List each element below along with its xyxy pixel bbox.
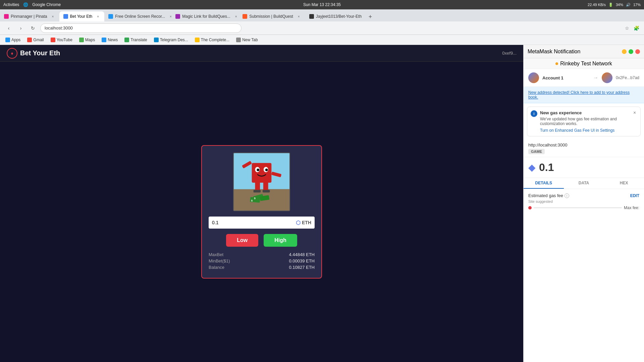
tab-github[interactable]: Jayjeet1013/Bet-Your-Eth [305,11,366,21]
bookmark-gmail[interactable]: Gmail [24,36,46,44]
tab-close-submission[interactable]: × [297,14,301,19]
address-input[interactable]: localhost:3000 [40,23,241,33]
gas-notice-title: New gas experience [540,110,637,115]
mm-maximize-button[interactable] [629,49,633,54]
new-tab-button[interactable]: + [366,12,375,21]
mm-gas-row: Estimated gas fee i EDIT [528,193,639,198]
mm-max-fee-label: Max fee: [624,205,639,210]
tab-favicon-bet-eth [63,14,68,19]
game-stats: MaxBet 4.44848 ETH MinBet($1) 0.00039 ET… [209,252,315,271]
maxbet-label: MaxBet [209,252,223,257]
balance-label: Balance [209,265,224,270]
tab-bet-eth[interactable]: Bet Your Eth × [59,11,105,21]
volume-icon: 🔊 [626,3,631,7]
mm-title: MetaMask Notification [528,49,580,55]
account-avatar-left [528,72,539,83]
logo-icon: ♦ [7,48,17,59]
gas-notice-link[interactable]: Turn on Enhanced Gas Fee UI in Settings [540,128,637,133]
mm-window-buttons [622,49,640,54]
tab-close-magic[interactable]: × [234,14,238,19]
high-button[interactable]: High [264,234,297,247]
mm-edit-link[interactable]: EDIT [630,193,639,198]
bookmark-favicon-newtab [236,38,241,42]
mm-network-bar: Rinkeby Test Network [524,58,644,69]
bookmark-label-news: News [108,38,118,42]
tab-close-bet-eth[interactable]: × [96,14,100,19]
bookmark-apps[interactable]: Apps [3,36,23,44]
bookmark-news[interactable]: News [99,36,120,44]
activities-label[interactable]: Activities [3,2,19,7]
mm-account-row: Account 1 → 0x2Fe...b7ad [524,69,644,87]
extensions-icon[interactable]: 🧩 [633,24,640,32]
gas-notice-close-button[interactable]: × [632,110,638,116]
mm-window-header: MetaMask Notification [524,45,644,58]
svg-text:$: $ [254,197,256,200]
tab-label-screen-rec: Free Online Screen Recor... [115,14,165,19]
svg-rect-10 [263,183,268,191]
mm-gas-section: Estimated gas fee i EDIT Site suggested … [524,189,644,214]
mm-tab-hex[interactable]: HEX [604,178,644,189]
bookmark-label-complete: The Complete... [201,38,229,42]
bookmark-translate[interactable]: Translate [122,36,150,44]
network-dot [555,62,558,65]
reload-button[interactable]: ↻ [28,23,38,33]
mm-tab-data[interactable]: DATA [564,178,604,189]
tab-close-pinmanager[interactable]: × [51,14,55,19]
max-fee-slider-line [534,207,622,208]
tab-magic[interactable]: Magic Link for BuildQues... × [171,11,238,21]
mm-minimize-button[interactable] [622,49,627,54]
tab-close-screen-rec[interactable]: × [168,14,171,19]
tab-label-submission: Submission | BuildQuest [249,14,293,19]
eth-diamond-icon: ⬡ [296,220,301,226]
tab-favicon-magic [175,14,180,19]
gas-info-circle-icon[interactable]: i [565,193,569,198]
low-button[interactable]: Low [226,234,258,247]
bookmark-label-gmail: Gmail [33,38,44,42]
address-url: localhost:3000 [45,25,73,31]
network-name: Rinkeby Test Network [560,61,612,67]
bookmark-telegram[interactable]: Telegram Des... [151,36,191,44]
game-card: $ $ ⬡ ETH Low [201,145,322,279]
mm-close-button[interactable] [635,49,640,54]
maxbet-row: MaxBet 4.44848 ETH [209,252,315,257]
tab-favicon-screen-rec [108,14,113,19]
address-bar: ‹ › ↻ localhost:3000 ☆ 🧩 [0,21,644,35]
tab-label-bet-eth: Bet Your Eth [70,14,93,19]
bookmark-icon[interactable]: ☆ [623,24,631,32]
mm-new-address-banner[interactable]: New address detected! Click here to add … [524,87,644,103]
back-button[interactable]: ‹ [4,23,13,33]
gas-notice-desc: We've updated how gas fee estimation and… [540,117,637,126]
bet-input[interactable] [209,217,292,229]
svg-point-6 [265,169,268,171]
bookmark-label-newtab: New Tab [242,38,258,42]
bookmark-favicon-youtube [51,38,55,42]
tab-label-magic: Magic Link for BuildQues... [182,14,230,19]
bookmark-favicon-gmail [27,38,32,42]
forward-button[interactable]: › [16,23,25,33]
tab-screen-rec[interactable]: Free Online Screen Recor... × [104,11,171,21]
bookmark-youtube[interactable]: YouTube [48,36,75,44]
tab-favicon-pinmanager [4,14,9,19]
tab-submission[interactable]: Submission | BuildQuest × [238,11,305,21]
balance-value: 0.10827 ETH [289,265,315,270]
account-address: 0x2Fe...b7ad [616,75,639,80]
mm-site-row: http://localhost:3000 GAME [524,140,644,157]
tab-favicon-github [309,14,314,19]
svg-point-5 [257,169,259,171]
tab-pinmanager[interactable]: Pinmanager | Pinata × [0,11,59,21]
minbet-label: MinBet($1) [209,258,230,263]
mm-tab-details[interactable]: DETAILS [524,178,564,189]
bookmark-complete[interactable]: The Complete... [192,36,232,44]
address-right: ☆ 🧩 [623,24,640,32]
mm-gas-label: Estimated gas fee i [528,193,569,198]
tab-label-pinmanager: Pinmanager | Pinata [11,14,47,19]
os-bar-right: 22.49 KB/s 🔋 34% 🔊 17% [588,3,641,7]
bookmark-maps[interactable]: Maps [76,36,98,44]
balance-row: Balance 0.10827 ETH [209,265,315,270]
game-image: $ $ [233,153,290,211]
bookmarks-bar: Apps Gmail YouTube Maps News Translate T… [0,35,644,45]
bookmark-newtab[interactable]: New Tab [233,36,260,44]
battery-level: 34% [616,3,623,7]
mm-amount-row: ◆ 0.1 [524,157,644,178]
browser-content: ♦ Bet Your Eth 0xef9... [0,45,644,362]
